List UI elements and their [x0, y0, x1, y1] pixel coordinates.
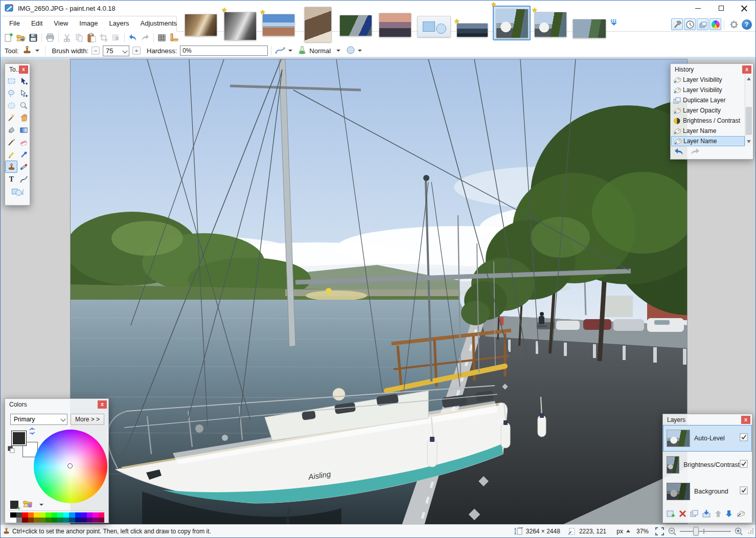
palette-swatch[interactable] [57, 518, 63, 523]
palette-swatch[interactable] [16, 512, 22, 518]
palette-swatch[interactable] [75, 518, 81, 523]
palette-swatch[interactable] [63, 512, 70, 518]
tool-rectangle-select[interactable] [5, 75, 17, 87]
small-swatch-toggle[interactable] [8, 446, 15, 455]
palette-swatch[interactable] [34, 512, 40, 518]
delete-layer-button[interactable] [678, 509, 687, 520]
unit-dropdown[interactable]: px [616, 528, 623, 535]
duplicate-layer-button[interactable] [690, 509, 699, 520]
zoom-in-icon[interactable] [734, 527, 743, 536]
palette-menu-button[interactable] [22, 499, 33, 510]
layer-row-brightness-contrast[interactable]: Brightness/Contrast [663, 452, 752, 478]
thumbnail-boat-dock-photo-selected[interactable]: ★ [493, 6, 531, 40]
palette-swatch[interactable] [28, 518, 34, 523]
palette-swatch[interactable] [81, 512, 87, 518]
tool-text[interactable]: T [5, 173, 17, 185]
tool-pan[interactable] [17, 111, 30, 124]
undo-button[interactable] [127, 32, 139, 44]
tool-move-selection[interactable] [17, 87, 30, 99]
sampling-button[interactable] [274, 46, 286, 56]
palette-swatch[interactable] [99, 512, 105, 518]
thumbnail-boat-dock-photo-2[interactable]: ★ [534, 12, 567, 37]
palette-swatch[interactable] [57, 512, 63, 518]
thumbnail-paintnet-ui-image[interactable] [417, 16, 451, 37]
layer-visible-checkbox[interactable] [740, 433, 748, 443]
palette-swatch[interactable] [69, 512, 75, 518]
primary-color-swatch[interactable] [11, 431, 27, 446]
palette-swatch[interactable] [22, 518, 28, 523]
history-panel-close-button[interactable]: x [742, 65, 751, 74]
thumbnail-city-sunset-photo[interactable] [379, 13, 411, 37]
move-layer-down-button[interactable] [725, 509, 733, 520]
thumbnail-blue-car-photo[interactable] [339, 15, 372, 36]
brush-width-combo[interactable]: 75 [103, 46, 129, 56]
help-button[interactable]: ? [741, 18, 752, 30]
toggle-colors-button[interactable] [709, 18, 721, 30]
blend-mode-caret[interactable] [336, 50, 340, 52]
palette-swatch[interactable] [52, 518, 58, 523]
palette-swatch[interactable] [93, 518, 99, 523]
paste-button[interactable] [85, 32, 98, 44]
scrollbar-thumb[interactable] [746, 107, 752, 136]
merge-layer-down-button[interactable] [702, 509, 712, 520]
settings-button[interactable] [728, 18, 740, 30]
menu-adjustments[interactable]: Adjustments [134, 16, 182, 31]
tool-eraser[interactable] [17, 136, 30, 148]
palette-swatch[interactable] [81, 518, 87, 523]
layer-row-background[interactable]: Background [663, 478, 752, 505]
print-button[interactable] [44, 32, 56, 44]
history-item[interactable]: Layer Opacity [671, 105, 745, 116]
tool-shapes[interactable] [11, 185, 24, 197]
palette-swatch[interactable] [69, 518, 75, 523]
move-layer-up-button[interactable] [714, 509, 722, 520]
menu-view[interactable]: View [48, 16, 74, 31]
palette-swatch[interactable] [28, 512, 34, 518]
zoom-out-icon[interactable] [668, 527, 677, 536]
tool-recolor[interactable] [17, 161, 30, 173]
color-target-select[interactable]: Primary [10, 414, 67, 425]
grid-button[interactable] [156, 32, 168, 44]
palette-swatch[interactable] [45, 518, 52, 523]
zoom-slider-thumb[interactable] [693, 527, 699, 536]
history-item[interactable]: Duplicate Layer [671, 95, 745, 105]
history-item[interactable]: Layer Name [671, 136, 745, 146]
zoom-slider[interactable] [680, 527, 731, 536]
maximize-button[interactable] [709, 1, 732, 16]
menu-edit[interactable]: Edit [26, 16, 48, 31]
palette-swatch[interactable] [52, 512, 58, 518]
add-layer-button[interactable] [666, 509, 676, 521]
palette-swatch[interactable] [93, 512, 99, 518]
palette-swatch[interactable] [63, 518, 70, 523]
palette-swatch[interactable] [16, 518, 22, 523]
brush-width-decrease-button[interactable]: − [91, 47, 100, 55]
brush-width-increase-button[interactable]: + [132, 47, 141, 55]
history-item[interactable]: Brightness / Contrast [671, 116, 745, 126]
tool-zoom[interactable] [17, 99, 30, 111]
menu-layers[interactable]: Layers [103, 16, 134, 31]
thumbnail-interior-photo[interactable] [185, 14, 217, 36]
deselect-button[interactable] [110, 32, 122, 44]
layer-properties-button[interactable] [736, 509, 746, 520]
new-document-button[interactable] [3, 32, 15, 44]
menu-image[interactable]: Image [74, 16, 103, 31]
scroll-up-icon[interactable] [747, 77, 751, 80]
history-scrollbar[interactable] [745, 75, 752, 146]
sampling-dropdown-caret[interactable] [288, 50, 292, 52]
palette-swatch[interactable] [45, 512, 52, 518]
clone-stamp-tool-button[interactable] [21, 45, 33, 57]
canvas-image[interactable]: Aisling [71, 59, 687, 525]
toggle-tools-button[interactable] [671, 18, 683, 30]
palette-swatch[interactable] [10, 512, 16, 518]
palette-swatch[interactable] [75, 512, 81, 518]
menu-file[interactable]: File [4, 16, 26, 31]
palette-swatch[interactable] [22, 512, 28, 518]
tool-pencil[interactable] [5, 148, 17, 161]
tools-panel-close-button[interactable]: x [19, 65, 28, 74]
palette-swatch[interactable] [99, 518, 105, 523]
thumbnail-cat-photo[interactable] [304, 7, 332, 42]
add-color-button[interactable] [10, 501, 18, 509]
close-button[interactable] [732, 1, 755, 16]
copy-button[interactable] [73, 32, 85, 44]
selection-quality-caret[interactable] [358, 50, 362, 52]
history-item[interactable]: Layer Visibility [671, 85, 745, 95]
